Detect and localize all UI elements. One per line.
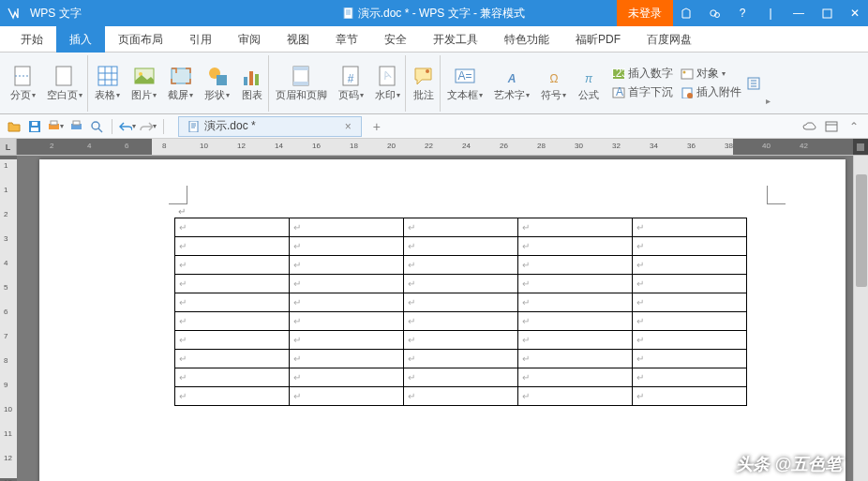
menu-tab-9[interactable]: 特色功能 bbox=[491, 26, 562, 53]
ribbon-批注[interactable]: 批注 bbox=[408, 55, 441, 112]
menu-tab-7[interactable]: 安全 bbox=[371, 26, 420, 53]
table-cell[interactable]: ↵ bbox=[290, 256, 404, 275]
ribbon-arrow-icon[interactable]: ▸ bbox=[766, 96, 771, 110]
ribbon-文本框[interactable]: A=文本框 ▾ bbox=[442, 55, 487, 112]
table-cell[interactable]: ↵ bbox=[404, 293, 518, 312]
vertical-scrollbar[interactable] bbox=[853, 156, 868, 481]
save-icon[interactable] bbox=[26, 118, 43, 135]
table-cell[interactable]: ↵ bbox=[518, 275, 633, 293]
table-cell[interactable]: ↵ bbox=[518, 331, 633, 350]
table-cell[interactable]: ↵ bbox=[175, 368, 290, 387]
table-row[interactable]: ↵↵↵↵↵ bbox=[175, 331, 747, 350]
menu-tab-2[interactable]: 页面布局 bbox=[105, 26, 176, 53]
table-cell[interactable]: ↵ bbox=[175, 312, 290, 331]
ribbon-图表[interactable]: 图表 bbox=[236, 55, 269, 112]
print-menu-icon[interactable]: ▾ bbox=[47, 118, 64, 135]
ribbon-截屏[interactable]: 截屏 ▾ bbox=[163, 55, 198, 112]
ribbon-页眉和页脚[interactable]: 页眉和页脚 bbox=[271, 55, 332, 112]
table-row[interactable]: ↵↵↵↵↵ bbox=[175, 256, 747, 275]
menu-tab-0[interactable]: 开始 bbox=[7, 26, 56, 53]
ribbon-符号[interactable]: Ω符号 ▾ bbox=[536, 55, 571, 112]
table-cell[interactable]: ↵ bbox=[290, 275, 404, 293]
help-icon[interactable]: ? bbox=[729, 0, 756, 26]
menu-tab-3[interactable]: 引用 bbox=[176, 26, 225, 53]
login-button[interactable]: 未登录 bbox=[617, 0, 673, 26]
ribbon-side-插入附件[interactable]: 插入附件 bbox=[681, 84, 741, 100]
maximize-button[interactable] bbox=[814, 0, 840, 26]
table-cell[interactable]: ↵ bbox=[175, 218, 290, 237]
menu-tab-5[interactable]: 视图 bbox=[274, 26, 322, 53]
table-cell[interactable]: ↵ bbox=[633, 218, 747, 237]
table-row[interactable]: ↵↵↵↵↵ bbox=[175, 218, 747, 237]
scrollbar-thumb[interactable] bbox=[856, 174, 867, 287]
table-cell[interactable]: ↵ bbox=[175, 237, 290, 256]
table-cell[interactable]: ↵ bbox=[290, 237, 404, 256]
table-cell[interactable]: ↵ bbox=[290, 218, 404, 237]
cloud-icon[interactable] bbox=[801, 118, 817, 135]
skin-icon[interactable] bbox=[673, 0, 699, 26]
vertical-ruler[interactable]: 112345678910111213 bbox=[0, 156, 17, 481]
table-cell[interactable]: ↵ bbox=[404, 331, 518, 350]
table-cell[interactable]: ↵ bbox=[290, 368, 404, 387]
table-cell[interactable]: ↵ bbox=[404, 368, 518, 387]
table-cell[interactable]: ↵ bbox=[404, 237, 518, 256]
table-cell[interactable]: ↵ bbox=[518, 218, 633, 237]
table-cell[interactable]: ↵ bbox=[633, 368, 747, 387]
table-row[interactable]: ↵↵↵↵↵ bbox=[175, 387, 747, 406]
ribbon-水印[interactable]: A水印 ▾ bbox=[370, 55, 406, 112]
mode-icon[interactable] bbox=[823, 118, 840, 135]
open-icon[interactable] bbox=[6, 118, 22, 135]
table-row[interactable]: ↵↵↵↵↵ bbox=[175, 275, 747, 293]
ribbon-形状[interactable]: 形状 ▾ bbox=[200, 55, 234, 112]
collapse-icon[interactable]: ⌃ bbox=[846, 118, 862, 135]
ribbon-图片[interactable]: 图片 ▾ bbox=[127, 55, 161, 112]
table-cell[interactable]: ↵ bbox=[633, 331, 747, 350]
table-cell[interactable]: ↵ bbox=[518, 237, 633, 256]
close-tab-icon[interactable]: × bbox=[345, 120, 352, 133]
page[interactable]: ↵ ↵↵↵↵↵↵↵↵↵↵↵↵↵↵↵↵↵↵↵↵↵↵↵↵↵↵↵↵↵↵↵↵↵↵↵↵↵↵… bbox=[39, 159, 846, 481]
table-cell[interactable]: ↵ bbox=[404, 256, 518, 275]
table-cell[interactable]: ↵ bbox=[404, 350, 518, 368]
table-cell[interactable]: ↵ bbox=[518, 312, 633, 331]
table-row[interactable]: ↵↵↵↵↵ bbox=[175, 368, 747, 387]
table-cell[interactable]: ↵ bbox=[175, 387, 290, 406]
table-cell[interactable]: ↵ bbox=[290, 350, 404, 368]
table-cell[interactable]: ↵ bbox=[404, 312, 518, 331]
minimize-button[interactable]: — bbox=[786, 0, 812, 26]
table-cell[interactable]: ↵ bbox=[290, 387, 404, 406]
ruler-corner[interactable]: L bbox=[0, 139, 17, 156]
menu-tab-8[interactable]: 开发工具 bbox=[420, 26, 491, 53]
table-cell[interactable]: ↵ bbox=[175, 275, 290, 293]
ruler-end-icon[interactable] bbox=[853, 139, 868, 156]
new-tab-button[interactable]: + bbox=[373, 119, 381, 134]
ribbon-more-icon[interactable] bbox=[743, 77, 764, 90]
table-cell[interactable]: ↵ bbox=[633, 312, 747, 331]
table-cell[interactable]: ↵ bbox=[633, 237, 747, 256]
table-cell[interactable]: ↵ bbox=[404, 275, 518, 293]
redo-icon[interactable]: ▾ bbox=[140, 118, 157, 135]
undo-icon[interactable]: ▾ bbox=[119, 118, 136, 135]
ribbon-空白页[interactable]: 空白页 ▾ bbox=[42, 55, 88, 112]
table-row[interactable]: ↵↵↵↵↵ bbox=[175, 350, 747, 368]
menu-tab-6[interactable]: 章节 bbox=[322, 26, 371, 53]
table-cell[interactable]: ↵ bbox=[633, 256, 747, 275]
table-cell[interactable]: ↵ bbox=[633, 350, 747, 368]
horizontal-ruler[interactable]: L 8101214161820222426283032343638 246404… bbox=[0, 139, 868, 156]
table-cell[interactable]: ↵ bbox=[518, 293, 633, 312]
table-cell[interactable]: ↵ bbox=[633, 387, 747, 406]
table-cell[interactable]: ↵ bbox=[404, 387, 518, 406]
table-row[interactable]: ↵↵↵↵↵ bbox=[175, 237, 747, 256]
menu-tab-4[interactable]: 审阅 bbox=[225, 26, 274, 53]
table-cell[interactable]: ↵ bbox=[175, 256, 290, 275]
table-cell[interactable]: ↵ bbox=[175, 331, 290, 350]
menu-tab-1[interactable]: 插入 bbox=[56, 26, 105, 53]
ribbon-side-对象[interactable]: 对象▾ bbox=[681, 66, 726, 82]
table-cell[interactable]: ↵ bbox=[404, 218, 518, 237]
table-cell[interactable]: ↵ bbox=[633, 275, 747, 293]
menu-tab-10[interactable]: 福昕PDF bbox=[562, 26, 634, 53]
table-cell[interactable]: ↵ bbox=[290, 293, 404, 312]
table-cell[interactable]: ↵ bbox=[518, 256, 633, 275]
ribbon-公式[interactable]: π公式 bbox=[573, 55, 605, 112]
ribbon-side-插入数字[interactable]: 123插入数字 bbox=[612, 66, 673, 82]
ribbon-分页[interactable]: 分页 ▾ bbox=[6, 55, 40, 112]
